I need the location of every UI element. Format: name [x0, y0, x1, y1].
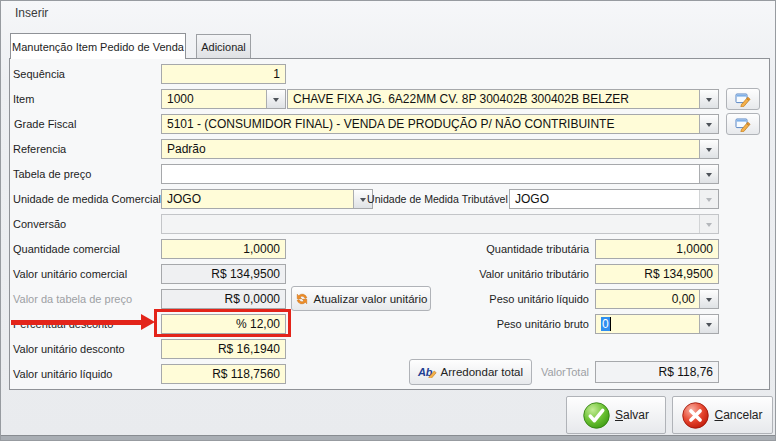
check-icon — [583, 402, 610, 429]
window-title: Inserir — [15, 6, 48, 20]
peso-liquido-label: Peso unitário líquido — [386, 289, 589, 309]
qtd-tributaria-label: Quantidade tributária — [386, 239, 589, 259]
chevron-down-icon[interactable] — [699, 90, 718, 108]
annotation-arrowhead-icon — [141, 314, 155, 330]
edit-pencil-icon — [735, 117, 752, 132]
referencia-combobox[interactable]: Padrão — [161, 139, 719, 159]
refresh-icon — [295, 292, 309, 306]
chevron-down-icon[interactable] — [699, 140, 718, 158]
referencia-label: Referencia — [13, 139, 66, 159]
ab-pencil-icon: Ab — [418, 366, 440, 378]
conversao-combobox — [161, 214, 719, 234]
qtd-comercial-input[interactable]: 1,0000 — [161, 239, 286, 259]
um-comercial-label: Unidade de medida Comercial — [13, 189, 161, 209]
cancelar-label: Cancelar — [714, 408, 762, 422]
vlr-unit-liquido-label: Valor unitário líquido — [13, 364, 112, 384]
sequencia-input[interactable]: 1 — [161, 64, 286, 84]
vlr-unit-comercial-label: Valor unitário comercial — [13, 264, 127, 284]
dialog-inserir: Inserir Manutenção Item Pedido de Venda … — [0, 0, 776, 441]
um-comercial-combobox[interactable]: JOGO — [161, 189, 373, 209]
vlr-unit-comercial-input: R$ 134,9500 — [161, 264, 286, 284]
edit-pencil-icon — [735, 92, 752, 107]
peso-bruto-label: Peso unitário bruto — [386, 314, 589, 334]
peso-liquido-combobox[interactable]: 0,00 — [595, 289, 719, 309]
chevron-down-icon[interactable] — [699, 115, 718, 133]
vlr-unit-tributario-label: Valor unitário tributário — [386, 264, 589, 284]
item-description-combobox[interactable]: CHAVE FIXA JG. 6A22MM CV. 8P 300402B 300… — [287, 89, 719, 109]
selected-text: 0 — [601, 317, 611, 331]
um-tributavel-combobox: JOGO — [509, 189, 719, 209]
vlr-tabela-preco-label: Valor da tabela de preço — [13, 289, 132, 309]
annotation-arrow — [11, 320, 142, 325]
tab-adicional[interactable]: Adicional — [196, 34, 251, 58]
chevron-down-icon — [699, 190, 718, 208]
um-tributavel-label: Unidade de Medida Tributável — [367, 189, 508, 209]
item-edit-button[interactable] — [726, 88, 760, 110]
valor-total-label: ValorTotal — [439, 362, 589, 382]
chevron-down-icon[interactable] — [699, 165, 718, 183]
grade-fiscal-label: Grade Fiscal — [14, 114, 76, 134]
cancelar-button[interactable]: Cancelar — [672, 396, 773, 434]
vlr-tabela-preco-input: R$ 0,0000 — [161, 289, 286, 309]
vlr-unit-desconto-input[interactable]: R$ 16,1940 — [161, 339, 286, 359]
chevron-down-icon[interactable] — [266, 90, 285, 108]
salvar-label: Salvar — [615, 408, 649, 422]
vlr-unit-liquido-input[interactable]: R$ 118,7560 — [161, 364, 286, 384]
tabela-preco-label: Tabela de preço — [13, 164, 91, 184]
tabela-preco-combobox[interactable] — [161, 164, 719, 184]
chevron-down-icon[interactable] — [699, 290, 718, 308]
grade-fiscal-combobox[interactable]: 5101 - (CONSUMIDOR FINAL) - VENDA DE PRO… — [161, 114, 719, 134]
grade-fiscal-edit-button[interactable] — [726, 113, 760, 135]
chevron-down-icon[interactable] — [699, 315, 718, 333]
close-x-icon — [682, 402, 709, 429]
qtd-comercial-label: Quantidade comercial — [13, 239, 120, 259]
percentual-desconto-input[interactable]: % 12,00 — [161, 314, 286, 334]
salvar-button[interactable]: Salvar — [566, 396, 666, 434]
item-code-combobox[interactable]: 1000 — [161, 89, 286, 109]
conversao-label: Conversão — [13, 214, 66, 234]
sequencia-label: Sequência — [13, 64, 65, 84]
tab-manutencao-item-pedido-de-venda[interactable]: Manutenção Item Pedido de Venda — [10, 33, 186, 59]
vlr-unit-desconto-label: Valor unitário desconto — [13, 339, 125, 359]
vlr-unit-tributario-input[interactable]: R$ 134,9500 — [595, 264, 719, 284]
qtd-tributaria-input[interactable]: 1,0000 — [595, 239, 719, 259]
chevron-down-icon — [699, 215, 718, 233]
valor-total-field: R$ 118,76 — [595, 361, 719, 383]
peso-bruto-combobox[interactable]: 0 — [595, 314, 719, 334]
window-bottom-edge — [1, 435, 775, 440]
item-label: Item — [13, 89, 34, 109]
